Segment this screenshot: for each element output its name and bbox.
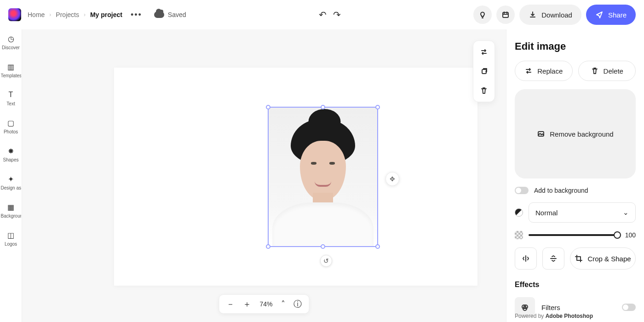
edit-image-panel: Edit image Replace Delete Remove backgro… [506,29,644,322]
download-button[interactable]: Download [519,5,581,25]
rail-item-shapes[interactable]: ✸ Shapes [0,146,22,162]
opacity-slider[interactable] [529,234,619,236]
rail-item-discover[interactable]: ◷ Discover [0,34,22,50]
blend-swatch-icon [515,208,523,217]
replace-button[interactable]: Replace [515,61,573,81]
download-label: Download [541,11,572,19]
rail-item-text[interactable]: T Text [0,90,22,106]
crop-shape-button[interactable]: Crop & Shape [570,247,636,270]
gear-icon: ✸ [6,146,16,155]
rail-label: Text [1,101,21,106]
opacity-row: 100 [515,231,636,239]
calendar-icon [501,11,510,19]
compass-icon: ◷ [6,34,16,43]
flip-horizontal-button[interactable] [515,247,537,270]
undo-icon[interactable]: ↶ [319,9,327,20]
rail-label: Shapes [1,157,21,162]
blend-mode-value: Normal [535,209,558,217]
move-handle[interactable]: ✥ [385,172,399,186]
blend-mode-row: Normal ⌄ [515,202,636,223]
send-icon [595,11,604,19]
canvas-float-toolbar [473,40,495,102]
zoom-bar: － ＋ 74% ˄ ⓘ [218,294,309,314]
duplicate-tool[interactable] [477,64,491,79]
resize-handle-bl[interactable] [266,244,270,249]
rail-item-logos[interactable]: ◫ Logos [0,230,22,247]
layout-icon: ▥ [6,62,16,71]
delete-button[interactable]: Delete [578,61,636,81]
remove-background-button[interactable]: Remove background [515,89,636,178]
zoom-level: 74% [259,300,272,308]
badge-icon: ◫ [6,230,16,240]
zoom-out-icon[interactable]: － [226,299,235,310]
share-label: Share [608,11,627,19]
top-bar: Home › Projects › My project ••• Saved ↶… [0,0,644,29]
image-icon: ▢ [6,118,16,127]
blend-mode-select[interactable]: Normal ⌄ [529,202,636,223]
svg-rect-0 [503,12,508,17]
canvas-area[interactable]: ↺ ✥ － ＋ 74% ˄ ⓘ [22,29,506,322]
flip-h-icon [522,254,530,263]
save-status-label: Saved [168,11,186,18]
app-logo[interactable] [8,8,21,21]
delete-tool[interactable] [477,83,491,98]
share-button[interactable]: Share [586,5,636,25]
resize-handle-bm[interactable] [321,244,325,249]
hint-button[interactable] [473,6,492,24]
image-remove-icon [537,130,545,138]
redo-icon[interactable]: ↷ [333,9,341,20]
panel-footer: Powered by Adobe Photoshop [515,313,593,319]
opacity-icon [515,231,523,239]
swap-tool[interactable] [477,45,491,59]
breadcrumb-projects[interactable]: Projects [56,11,79,18]
opacity-value: 100 [625,231,636,239]
chevron-up-icon[interactable]: ˄ [281,299,285,309]
breadcrumb: Home › Projects › My project [28,11,122,18]
footer-brand: Adobe Photoshop [546,313,593,319]
rail-item-design-assets[interactable]: ✦ Design assets [0,174,22,190]
resize-handle-tm[interactable] [321,105,325,109]
crop-shape-label: Crop & Shape [587,255,631,263]
replace-label: Replace [537,67,563,75]
breadcrumb-home[interactable]: Home [28,11,45,18]
rail-label: Discover [1,45,21,50]
swap-icon [524,67,533,75]
effects-title: Effects [515,281,636,289]
left-rail: ◷ Discover ▥ Templates T Text ▢ Photos ✸… [0,29,22,322]
opacity-slider-knob[interactable] [614,231,621,239]
resize-handle-tr[interactable] [375,105,380,109]
add-to-background-label: Add to background [534,187,588,194]
rail-item-backgrounds[interactable]: ▦ Backgrounds [0,202,22,218]
resize-handle-tl[interactable] [266,105,270,109]
footer-prefix: Powered by [515,313,546,319]
portrait-placeholder [269,108,377,246]
rail-label: Logos [1,242,21,247]
calendar-button[interactable] [496,6,515,24]
trash-icon [591,67,599,75]
undo-redo-group: ↶ ↷ [319,9,341,20]
rail-label: Design assets [1,185,21,190]
zoom-in-icon[interactable]: ＋ [243,299,251,310]
add-to-background-toggle[interactable] [515,187,529,194]
download-icon [529,11,537,19]
chevron-down-icon: ⌄ [623,208,629,217]
filters-label: Filters [541,304,615,311]
flip-vertical-button[interactable] [542,247,564,270]
resize-handle-br[interactable] [375,244,380,249]
top-actions: Download Share [473,5,636,25]
trash-icon [480,86,488,95]
rail-item-templates[interactable]: ▥ Templates [0,62,22,78]
add-to-background-row: Add to background [515,187,636,194]
swap-icon [480,48,488,56]
breadcrumb-current[interactable]: My project [90,11,122,18]
filters-toggle[interactable] [622,304,636,311]
info-icon[interactable]: ⓘ [293,299,302,310]
rotate-handle[interactable]: ↺ [320,255,332,267]
rail-label: Backgrounds [1,213,21,218]
rail-label: Photos [1,129,21,134]
more-menu-icon[interactable]: ••• [131,10,142,20]
selected-image[interactable] [268,107,378,247]
filters-icon [521,303,529,311]
delete-label: Delete [604,67,623,75]
rail-item-photos[interactable]: ▢ Photos [0,118,22,134]
